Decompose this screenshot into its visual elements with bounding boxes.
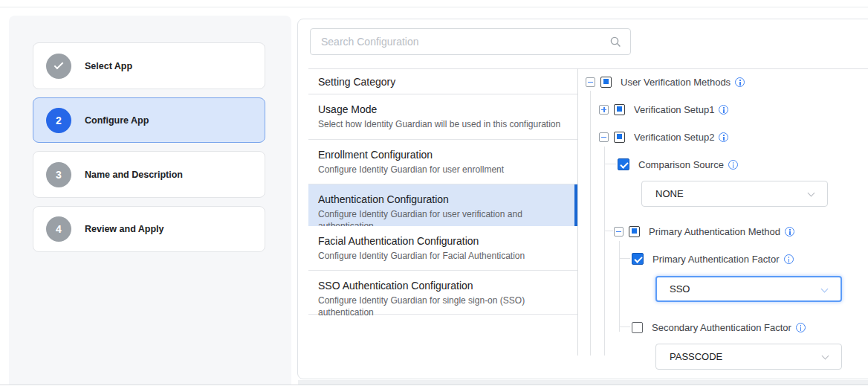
tree-connector [619,258,630,259]
info-icon[interactable] [719,105,728,115]
chevron-down-icon [822,353,829,360]
collapse-icon[interactable] [599,132,609,142]
select-value: NONE [655,181,684,206]
tree-node-primary-authentication-factor: Primary Authentication Factor [632,251,794,267]
tree-node-primary-authentication-method: Primary Authentication Method [614,223,794,239]
tree-node-label: Comparison Source [638,159,724,170]
comparison-source-select[interactable]: NONE [641,181,828,207]
collapse-icon[interactable] [586,77,595,87]
info-icon[interactable] [735,77,745,87]
category-row-authentication-configuration[interactable]: Authentication Configuration Configure I… [308,184,577,226]
column-divider [577,68,578,356]
category-row-facial-authentication-configuration[interactable]: Facial Authentication Configuration Conf… [308,226,577,271]
collapse-icon[interactable] [614,227,624,237]
category-description: Select how Identity Guardian will be use… [318,118,570,130]
info-icon[interactable] [784,254,794,264]
page-bottom-border [0,385,868,385]
tree-guide-line [590,91,591,356]
step-label: Name and Description [85,170,183,180]
stepper-panel: Select App 2 Configure App 3 Name and De… [9,16,291,385]
tree-node-label: Primary Authentication Method [649,226,780,237]
step-label: Configure App [85,115,149,126]
checkbox-indeterminate[interactable] [614,104,625,115]
tree-guide-line [604,147,605,356]
category-row-usage-mode[interactable]: Usage Mode Select how Identity Guardian … [308,94,577,140]
category-row-sso-authentication-configuration[interactable]: SSO Authentication Configuration Configu… [308,271,577,315]
info-icon[interactable] [785,227,794,237]
step-card-select-app[interactable]: Select App [33,42,265,89]
configuration-wizard: Select App 2 Configure App 3 Name and De… [0,0,868,386]
checkbox-checked[interactable] [632,253,644,265]
top-bar [0,0,868,7]
category-title: Facial Authentication Configuration [318,234,570,248]
info-icon[interactable] [719,132,728,142]
search-icon [610,36,621,48]
step-card-name-and-description[interactable]: 3 Name and Description [33,151,265,198]
step-number-circle: 3 [46,162,71,187]
checkbox-indeterminate[interactable] [614,132,625,143]
tree-guide-line [619,241,620,332]
chevron-down-icon [821,286,829,293]
tree-node-comparison-source: Comparison Source [618,156,738,173]
category-row-enrollment-configuration[interactable]: Enrollment Configuration Configure Ident… [308,140,577,184]
search-box [310,28,631,55]
select-value: SSO [670,277,690,300]
tree-node-label: User Verification Methods [621,77,731,88]
checkbox-indeterminate[interactable] [629,226,640,237]
category-title: Authentication Configuration [318,193,567,206]
tree-node-label: Verification Setup2 [634,132,714,143]
category-title: Usage Mode [318,103,570,116]
primary-authentication-factor-select[interactable]: SSO [655,276,842,302]
tree-node-verification-setup2: Verification Setup2 [599,129,728,145]
step-label: Review and Apply [85,224,164,234]
tree-node-secondary-authentication-factor: Secondary Authentication Factor [632,319,806,335]
step-completed-check-circle [46,54,71,79]
secondary-authentication-factor-select[interactable]: PASSCODE [655,344,842,370]
step-card-configure-app[interactable]: 2 Configure App [33,97,265,143]
expand-icon[interactable] [599,105,609,115]
step-card-review-and-apply[interactable]: 4 Review and Apply [33,206,265,252]
checkbox-indeterminate[interactable] [600,77,612,88]
step-label: Select App [85,61,132,71]
tree-node-user-verification-methods: User Verification Methods [586,74,745,90]
select-value: PASSCODE [670,344,722,369]
tree-node-label: Primary Authentication Factor [652,254,780,265]
tree-node-verification-setup1: Verification Setup1 [599,101,728,118]
category-title: SSO Authentication Configuration [318,279,570,292]
tree-connector [604,164,616,164]
category-description: Configure Identity Guardian for Facial A… [318,250,570,262]
tree-connector [604,231,613,231]
tree-node-label: Verification Setup1 [634,104,714,115]
tree-connector [619,327,630,327]
check-icon [54,59,64,69]
info-icon[interactable] [796,323,806,332]
category-description: Configure Identity Guardian for user enr… [318,164,570,176]
step-number-circle: 2 [46,108,71,133]
search-input[interactable] [321,29,603,54]
checkbox-checked[interactable] [618,158,629,170]
tree-node-label: Secondary Authentication Factor [652,322,791,333]
setting-category-header: Setting Category [308,69,577,94]
info-icon[interactable] [728,160,738,170]
checkbox-unchecked[interactable] [632,322,643,333]
step-number-circle: 4 [46,216,71,242]
chevron-down-icon [808,190,815,197]
category-description: Configure Identity Guardian for single s… [318,295,570,318]
category-title: Enrollment Configuration [318,148,570,161]
